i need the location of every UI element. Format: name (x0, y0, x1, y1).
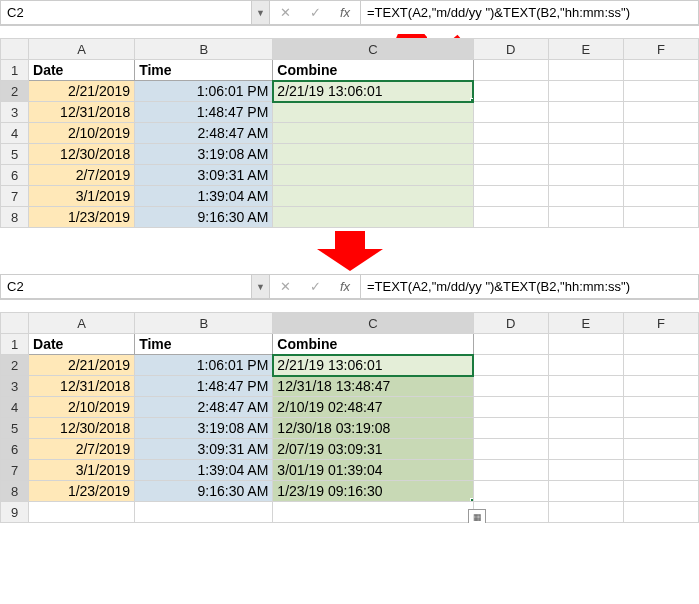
cell-combine-selected[interactable]: 2/21/19 13:06:01 (273, 81, 473, 102)
cell[interactable] (473, 144, 548, 165)
cell[interactable] (473, 102, 548, 123)
formula-input[interactable]: =TEXT(A2,"m/dd/yy ")&TEXT(B2,"hh:mm:ss") (361, 0, 699, 25)
cell-combine[interactable] (273, 207, 473, 228)
formula-input[interactable]: =TEXT(A2,"m/dd/yy ")&TEXT(B2,"hh:mm:ss") (361, 274, 699, 299)
cell[interactable] (548, 81, 623, 102)
row-header[interactable]: 9 (1, 502, 29, 523)
cell-date[interactable]: 3/1/2019 (29, 460, 135, 481)
cell[interactable] (135, 502, 273, 523)
col-header-C[interactable]: C (273, 39, 473, 60)
cell[interactable] (473, 418, 548, 439)
cell[interactable] (548, 355, 623, 376)
cell-date[interactable]: 2/21/2019 (29, 355, 135, 376)
cell[interactable] (548, 481, 623, 502)
cell-combine[interactable] (273, 102, 473, 123)
cell[interactable] (623, 418, 698, 439)
name-box-dropdown-icon[interactable]: ▼ (252, 274, 270, 299)
cell-time[interactable]: 1:39:04 AM (135, 460, 273, 481)
cell[interactable] (273, 502, 473, 523)
cell-time[interactable]: 9:16:30 AM (135, 481, 273, 502)
row-header[interactable]: 7 (1, 460, 29, 481)
cell-combine[interactable]: 12/30/18 03:19:08 (273, 418, 473, 439)
header-combine[interactable]: Combine (273, 334, 473, 355)
fill-handle[interactable] (470, 498, 474, 502)
cell[interactable] (623, 481, 698, 502)
select-all-corner[interactable] (1, 313, 29, 334)
cell-time[interactable]: 2:48:47 AM (135, 123, 273, 144)
row-header[interactable]: 8 (1, 481, 29, 502)
autofill-options-icon[interactable]: ▦ (468, 509, 486, 523)
cell-time[interactable]: 1:39:04 AM (135, 186, 273, 207)
cancel-icon[interactable]: ✕ (270, 5, 300, 20)
cell[interactable] (473, 123, 548, 144)
cell-date[interactable]: 2/7/2019 (29, 165, 135, 186)
cell[interactable] (473, 439, 548, 460)
name-box[interactable]: C2 (0, 274, 252, 299)
cell-time[interactable]: 9:16:30 AM (135, 207, 273, 228)
cell[interactable] (623, 165, 698, 186)
row-header[interactable]: 6 (1, 165, 29, 186)
header-date[interactable]: Date (29, 60, 135, 81)
cell-combine[interactable]: 2/21/19 13:06:01 (273, 355, 473, 376)
col-header-D[interactable]: D (473, 313, 548, 334)
cell[interactable] (548, 144, 623, 165)
col-header-B[interactable]: B (135, 313, 273, 334)
cell-time[interactable]: 3:09:31 AM (135, 439, 273, 460)
cell[interactable] (623, 334, 698, 355)
cell[interactable] (473, 481, 548, 502)
cell-time[interactable]: 1:06:01 PM (135, 81, 273, 102)
cell-combine[interactable] (273, 144, 473, 165)
name-box[interactable]: C2 (0, 0, 252, 25)
cell[interactable] (623, 460, 698, 481)
cell-date[interactable]: 2/21/2019 (29, 81, 135, 102)
cell-time[interactable]: 1:48:47 PM (135, 376, 273, 397)
col-header-A[interactable]: A (29, 39, 135, 60)
cell-combine[interactable]: 2/07/19 03:09:31 (273, 439, 473, 460)
cell-time[interactable]: 1:06:01 PM (135, 355, 273, 376)
enter-icon[interactable]: ✓ (300, 5, 330, 20)
cell[interactable] (548, 376, 623, 397)
enter-icon[interactable]: ✓ (300, 279, 330, 294)
header-time[interactable]: Time (135, 334, 273, 355)
cell-combine[interactable]: 2/10/19 02:48:47 (273, 397, 473, 418)
cell[interactable] (548, 397, 623, 418)
cell[interactable] (623, 502, 698, 523)
cell-time[interactable]: 3:19:08 AM (135, 144, 273, 165)
name-box-dropdown-icon[interactable]: ▼ (252, 0, 270, 25)
cell[interactable] (623, 207, 698, 228)
row-header[interactable]: 6 (1, 439, 29, 460)
header-time[interactable]: Time (135, 60, 273, 81)
fx-icon[interactable]: fx (330, 5, 360, 20)
cell[interactable] (473, 355, 548, 376)
cell[interactable] (473, 165, 548, 186)
row-header[interactable]: 8 (1, 207, 29, 228)
cell[interactable] (623, 144, 698, 165)
row-header[interactable]: 2 (1, 355, 29, 376)
cancel-icon[interactable]: ✕ (270, 279, 300, 294)
row-header[interactable]: 2 (1, 81, 29, 102)
select-all-corner[interactable] (1, 39, 29, 60)
cell-time[interactable]: 1:48:47 PM (135, 102, 273, 123)
cell-combine[interactable]: 1/23/19 09:16:30 (273, 481, 473, 502)
row-header[interactable]: 1 (1, 334, 29, 355)
cell[interactable] (548, 207, 623, 228)
row-header[interactable]: 3 (1, 102, 29, 123)
cell-date[interactable]: 2/10/2019 (29, 397, 135, 418)
cell[interactable] (623, 81, 698, 102)
cell-date[interactable]: 2/10/2019 (29, 123, 135, 144)
cell[interactable] (548, 123, 623, 144)
cell[interactable] (548, 186, 623, 207)
cell[interactable] (623, 102, 698, 123)
col-header-E[interactable]: E (548, 313, 623, 334)
col-header-E[interactable]: E (548, 39, 623, 60)
row-header[interactable]: 4 (1, 123, 29, 144)
col-header-A[interactable]: A (29, 313, 135, 334)
cell[interactable] (548, 418, 623, 439)
cell-date[interactable]: 12/30/2018 (29, 418, 135, 439)
cell-combine[interactable] (273, 123, 473, 144)
cell[interactable] (623, 123, 698, 144)
spreadsheet-grid-after[interactable]: A B C D E F 1 Date Time Combine 22/21/20… (0, 312, 699, 523)
col-header-F[interactable]: F (623, 313, 698, 334)
row-header[interactable]: 1 (1, 60, 29, 81)
row-header[interactable]: 5 (1, 418, 29, 439)
